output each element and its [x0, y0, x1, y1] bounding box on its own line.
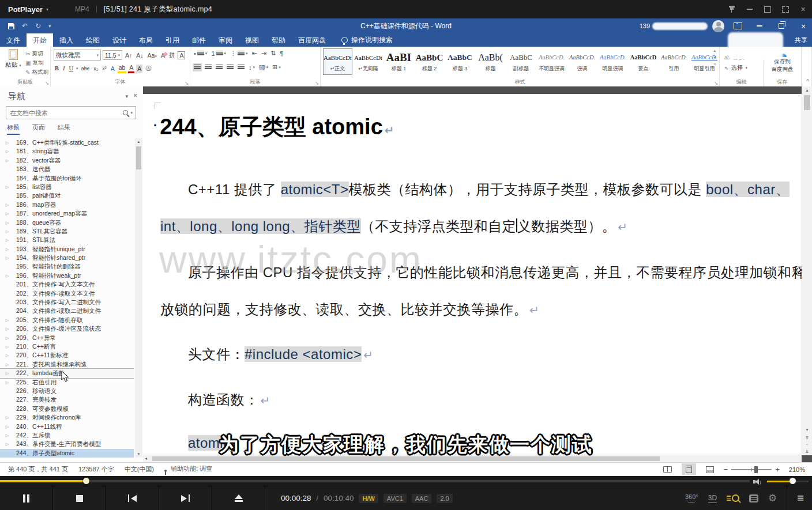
borders-button[interactable]: ⊞▾ [272, 63, 281, 71]
distribute-button[interactable] [238, 65, 245, 70]
vr-360-button[interactable]: 360° [685, 494, 698, 503]
style-item[interactable]: AaBbCcD.强调 [567, 48, 597, 75]
nav-heading-item[interactable]: 201、文件操作-写入文本文件 [0, 280, 134, 289]
undo-icon[interactable]: ↶ [22, 22, 28, 30]
increase-indent-button[interactable]: ⇥ [261, 50, 266, 57]
previous-page-icon[interactable]: ⇈ [802, 436, 812, 440]
gallery-up-icon[interactable]: ▴ [714, 48, 716, 53]
nav-heading-item[interactable]: 203、文件操作-写入二进制文件 [0, 298, 134, 307]
nav-heading-item[interactable]: ▷209、C++异常 [0, 334, 134, 342]
dialog-launcher-icon[interactable]: ↘ [315, 81, 319, 86]
shading-button[interactable]: ▨▾ [259, 63, 268, 71]
style-item[interactable]: AaBbC副标题 [506, 48, 536, 75]
bullet-list-button[interactable]: •▾ [194, 50, 207, 57]
ribbon-tab-开始[interactable]: 开始 [27, 33, 53, 47]
expand-chevron-icon[interactable]: ▷ [6, 147, 9, 156]
share-button[interactable]: 共享 [795, 36, 807, 44]
nav-pane-close-icon[interactable]: × [133, 92, 137, 100]
align-center-button[interactable] [205, 65, 212, 70]
save-icon[interactable] [8, 23, 14, 29]
expand-chevron-icon[interactable]: ▷ [6, 413, 9, 422]
expand-chevron-icon[interactable]: ▷ [6, 316, 9, 324]
nav-heading-item[interactable]: ▷206、文件操作-缓冲区及流状态 [0, 324, 134, 333]
stop-button[interactable] [53, 486, 106, 510]
volume-bar[interactable] [767, 481, 809, 482]
nav-tab-页面[interactable]: 页面 [32, 123, 45, 135]
nav-heading-item[interactable]: ▷222、lambda函数 [0, 369, 134, 377]
collapse-ribbon-icon[interactable]: ^ [806, 78, 809, 85]
nav-scrollbar-thumb[interactable] [136, 146, 141, 169]
text-effects-button[interactable]: A [110, 65, 116, 73]
font-size-combobox[interactable]: 11.5▾ [103, 50, 122, 60]
expand-chevron-icon[interactable]: ▷ [6, 440, 9, 448]
expand-chevron-icon[interactable]: ▷ [6, 236, 9, 244]
seek-handle[interactable] [83, 478, 89, 484]
subscript-button[interactable]: x₂ [92, 65, 99, 72]
horizontal-scrollbar[interactable]: ◂ [143, 455, 802, 462]
dialog-launcher-icon[interactable]: ↘ [714, 81, 718, 86]
nav-heading-item[interactable]: ▷220、C++11新标准 [0, 351, 134, 360]
seek-bar[interactable] [0, 480, 750, 482]
character-shading-button[interactable]: A [136, 65, 142, 73]
settings-gear-icon[interactable]: ⚙ [768, 492, 777, 504]
chevron-down-icon[interactable]: ▾ [76, 66, 78, 71]
copy-button[interactable]: ▣复制 [25, 59, 43, 67]
nav-heading-item[interactable]: ▷205、文件操作-随机存取 [0, 316, 134, 324]
zoom-level[interactable]: 210% [785, 466, 805, 473]
numbered-list-button[interactable]: 1▾ [211, 50, 226, 57]
expand-chevron-icon[interactable]: ▷ [6, 245, 9, 254]
underline-button[interactable]: U [68, 65, 75, 72]
word-close-button[interactable]: × [795, 18, 812, 33]
cut-button[interactable]: ✂剪切 [25, 50, 43, 58]
expand-chevron-icon[interactable]: ▷ [6, 201, 9, 209]
nav-heading-item[interactable]: 226、移动语义 [0, 387, 134, 395]
nav-heading-item[interactable]: 184、基于范围的for循环 [0, 174, 134, 183]
nav-heading-item[interactable]: 183、迭代器 [0, 165, 134, 173]
multilevel-list-button[interactable]: ⋮▾ [230, 50, 248, 57]
ribbon-tab-帮助[interactable]: 帮助 [265, 33, 292, 47]
nav-heading-item[interactable]: ▷189、STL其它容器 [0, 227, 134, 236]
nav-heading-item[interactable]: ▷225、右值引用 [0, 378, 134, 387]
style-item[interactable]: AaBbCcDt↵正文 [323, 48, 352, 75]
expand-chevron-icon[interactable]: ▷ [6, 183, 9, 191]
ribbon-tab-引用[interactable]: 引用 [159, 33, 186, 47]
style-item[interactable]: AaBbCcDt↵无间隔 [354, 48, 383, 75]
expand-chevron-icon[interactable]: ▷ [6, 271, 9, 280]
align-left-button[interactable] [194, 65, 201, 70]
shrink-font-button[interactable]: A↓ [135, 51, 144, 59]
previous-button[interactable] [106, 486, 159, 510]
justify-button[interactable] [227, 65, 234, 70]
scroll-up-icon[interactable]: ▴ [135, 139, 142, 144]
paste-button[interactable]: 粘贴 ▾ [3, 49, 23, 69]
nav-heading-item[interactable]: ▷221、委托构造和继承构造 [0, 360, 134, 369]
nav-heading-item[interactable]: 185、pair键值对 [0, 191, 134, 200]
three-d-button[interactable]: 3D [708, 494, 717, 503]
ribbon-tab-审阅[interactable]: 审阅 [212, 33, 239, 47]
expand-chevron-icon[interactable]: ▷ [6, 156, 9, 165]
pinyin-guide-button[interactable]: 拼 [168, 51, 176, 60]
volume-handle[interactable] [790, 478, 796, 484]
gallery-down-icon[interactable]: ▾ [714, 55, 716, 60]
ribbon-tab-插入[interactable]: 插入 [53, 33, 80, 47]
pause-button[interactable] [0, 486, 53, 510]
expand-chevron-icon[interactable]: ▷ [6, 378, 9, 387]
nav-heading-item[interactable]: ▷229、时间操作chrono库 [0, 413, 134, 422]
style-item[interactable]: AaBI标题 1 [384, 48, 413, 75]
language-indicator[interactable]: 中文(中国) [125, 465, 154, 474]
accessibility-status[interactable]: 辅助功能: 调查 [164, 464, 212, 475]
nav-heading-item[interactable]: 195、智能指针的删除器 [0, 262, 134, 271]
nav-heading-item[interactable]: ▷242、互斥锁 [0, 431, 134, 440]
italic-button[interactable]: I [62, 65, 66, 72]
nav-heading-item[interactable]: 204、文件操作-读取二进制文件 [0, 307, 134, 315]
select-button[interactable]: ⇖选择▾ [724, 64, 747, 72]
dialog-launcher-icon[interactable]: ↘ [185, 81, 189, 86]
line-spacing-button[interactable]: ↕▾ [249, 64, 255, 71]
ribbon-tab-邮件[interactable]: 邮件 [186, 33, 212, 47]
ribbon-tab-绘图[interactable]: 绘图 [80, 33, 106, 47]
scene-search-button[interactable] [727, 494, 739, 502]
nav-heading-item[interactable]: ▷240、C++11线程 [0, 422, 134, 431]
scroll-down-icon[interactable]: ▾ [802, 427, 812, 432]
scroll-up-icon[interactable]: ▴ [802, 88, 812, 93]
nav-heading-item[interactable]: ▷193、智能指针unique_ptr [0, 245, 134, 254]
vertical-scrollbar-thumb[interactable] [804, 95, 810, 110]
